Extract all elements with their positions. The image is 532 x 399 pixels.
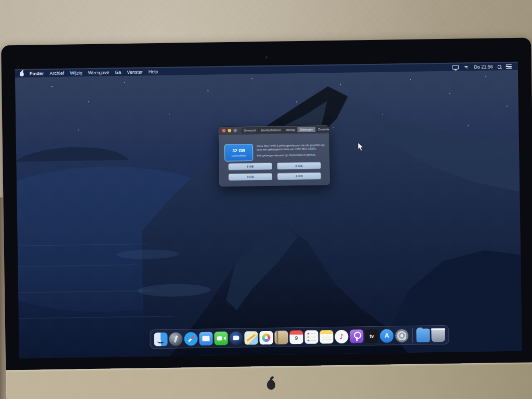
memory-slots: 8 GB 8 GB 8 GB 8 GB [228,162,321,181]
downloads-folder-icon[interactable] [416,328,430,342]
music-icon[interactable]: ♪ [335,329,348,343]
menu-item-wijzig[interactable]: Wijzig [70,70,82,75]
menu-item-help[interactable]: Help [149,69,158,74]
tab-beeldschermen[interactable]: Beeldschermen [259,127,284,133]
ram-module-icon: 32 GB Geïnstalleerd [224,144,253,162]
podcasts-icon[interactable] [350,329,363,343]
calendar-icon[interactable]: 9 [289,330,303,344]
screen: Finder Archief Wijzig Weergave Ga Venste… [15,62,522,358]
tab-ondersteuning[interactable]: Ondersteuning [316,126,330,132]
minimize-button[interactable] [228,129,231,132]
trash-icon[interactable] [431,328,445,341]
catalina-wallpaper [15,62,522,358]
wifi-icon[interactable] [463,65,469,69]
screen-mirroring-icon[interactable] [453,65,459,69]
menu-item-venster[interactable]: Venster [127,70,143,75]
zoom-button [233,129,237,132]
memory-tab-content: 32 GB Geïnstalleerd Deze Mac heeft 4 geh… [219,134,330,187]
dock-divider [412,328,413,342]
about-tabs: Overzicht Beeldschermen Opslag Geheugen … [241,126,330,134]
close-button[interactable] [222,129,225,132]
facetime-icon[interactable] [214,331,228,345]
tab-overzicht[interactable]: Overzicht [242,128,259,133]
app-store-icon[interactable]: A [380,329,393,342]
facetime-camera-dot [265,56,268,59]
imac-chin [6,362,532,399]
about-this-mac-window: Overzicht Beeldschermen Opslag Geheugen … [218,125,330,187]
memory-usage-note: Alle geheugensleuven zijn momenteel in g… [257,153,325,157]
mail-icon[interactable] [199,331,212,345]
memory-installed-label: Geïnstalleerd [232,154,246,157]
launchpad-icon[interactable] [169,332,182,345]
imac-monitor: Finder Archief Wijzig Weergave Ga Venste… [1,37,532,399]
tab-opslag[interactable]: Opslag [283,127,297,132]
memory-slot-1: 8 GB [228,163,272,170]
music-note-glyph: ♪ [339,332,344,340]
mouse-cursor [357,142,364,152]
calendar-day: 9 [289,330,303,341]
contacts-icon[interactable] [274,330,288,344]
memory-slot-3: 8 GB [229,173,272,180]
photos-icon[interactable] [259,330,273,344]
safari-icon[interactable] [184,332,197,345]
menu-item-archief[interactable]: Archief [49,71,64,76]
memory-total: 32 GB [232,148,245,153]
menu-item-weergave[interactable]: Weergave [88,70,109,75]
system-preferences-icon[interactable] [395,328,408,342]
menu-bar-clock[interactable]: Do 21:56 [474,64,493,70]
tab-geheugen[interactable]: Geheugen [297,127,315,132]
app-store-label: A [384,331,389,339]
maps-icon[interactable] [244,331,258,344]
tv-label: tv [369,333,374,338]
memory-description: Deze Mac heeft 4 geheugensleuven die elk… [257,143,325,152]
apple-tv-icon[interactable]: tv [365,329,378,342]
notes-icon[interactable] [320,330,333,343]
messages-icon[interactable] [229,331,243,344]
apple-logo [267,380,275,390]
menu-item-ga[interactable]: Ga [115,70,121,75]
finder-icon[interactable] [154,332,167,345]
menu-item-finder[interactable]: Finder [30,71,44,76]
spotlight-search-icon[interactable] [498,65,501,69]
apple-icon[interactable] [20,71,24,76]
menu-extra-icon[interactable] [506,64,512,69]
memory-slot-4: 8 GB [277,172,321,180]
reminders-icon[interactable] [304,330,318,343]
memory-slot-2: 8 GB [277,162,321,169]
